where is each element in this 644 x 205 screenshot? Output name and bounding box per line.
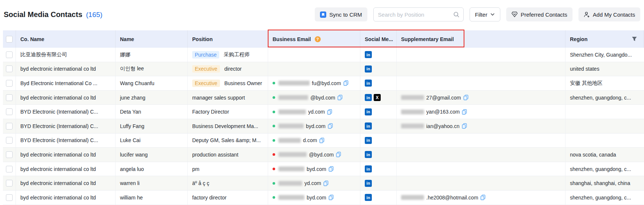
table-header-row: Co. Name Name Position Business Email ? … xyxy=(3,30,644,48)
region-cell: 安徽 其他地区 xyxy=(565,76,644,90)
region-cell: nova scotia, canada xyxy=(565,148,644,162)
business-email-cell: fu@byd.com xyxy=(268,76,360,90)
row-checkbox[interactable] xyxy=(6,194,13,201)
row-checkbox[interactable] xyxy=(6,80,13,87)
row-select-cell xyxy=(3,48,16,62)
social-media-cell: in xyxy=(360,105,397,119)
header-select-all-cell xyxy=(3,30,16,48)
copy-icon[interactable] xyxy=(480,195,485,200)
company-cell: byd electronic international co ltd xyxy=(16,62,116,76)
blurred-text xyxy=(278,152,307,157)
header-supplementary-email-label: Supplementary Email xyxy=(401,36,454,42)
linkedin-icon[interactable]: in xyxy=(365,165,372,172)
linkedin-icon[interactable]: in xyxy=(365,94,372,101)
business-email-cell xyxy=(268,48,360,62)
contact-name: june zhang xyxy=(120,95,146,101)
social-media-cell: in xyxy=(360,134,397,148)
header-position: Position xyxy=(188,30,268,48)
region-cell: united states xyxy=(565,62,644,76)
copy-icon[interactable] xyxy=(328,166,334,172)
copy-icon[interactable] xyxy=(328,123,333,129)
linkedin-icon[interactable]: in xyxy=(365,80,372,87)
position-badge: Executive xyxy=(192,80,220,87)
select-all-checkbox[interactable] xyxy=(6,36,13,43)
row-checkbox[interactable] xyxy=(6,65,13,72)
linkedin-icon[interactable]: in xyxy=(365,137,372,144)
add-person-icon xyxy=(584,11,590,18)
header-social-media-label: Social Me... xyxy=(365,36,393,42)
header-business-email: Business Email ? xyxy=(268,30,360,48)
row-select-cell xyxy=(3,91,16,105)
add-my-contacts-button[interactable]: Add My Contacts xyxy=(578,7,640,21)
help-icon[interactable]: ? xyxy=(315,36,321,42)
name-cell: Wang Chuanfu xyxy=(116,76,188,90)
search-input[interactable] xyxy=(377,11,450,18)
table-row: BYD Electronic (International) C...Luffy… xyxy=(3,119,644,134)
row-checkbox[interactable] xyxy=(6,180,13,186)
contact-name: warren li xyxy=(120,180,140,186)
region-text: shanghai, shanghai, china xyxy=(570,180,630,186)
supplementary-email-cell xyxy=(397,162,565,176)
email-status-dot xyxy=(273,96,275,99)
position-cell: äº å ç ç xyxy=(188,176,268,190)
company-cell: 比亚迪股份有限公司 xyxy=(16,48,116,62)
region-filter-icon[interactable] xyxy=(632,37,637,41)
copy-icon[interactable] xyxy=(319,138,324,143)
position-badge: Purchase xyxy=(192,51,219,58)
copy-icon[interactable] xyxy=(323,181,328,186)
supplementary-email-text: yan@163.com xyxy=(426,109,460,115)
company-cell: BYD Electronic (International) C... xyxy=(16,105,116,119)
linkedin-icon[interactable]: in xyxy=(365,122,372,130)
linkedin-icon[interactable]: in xyxy=(365,151,372,158)
filter-button[interactable]: Filter xyxy=(470,7,500,21)
copy-icon[interactable] xyxy=(462,123,467,129)
search-icon[interactable] xyxy=(453,11,460,18)
copy-icon[interactable] xyxy=(463,95,468,100)
linkedin-icon[interactable]: in xyxy=(365,108,372,115)
header-name: Name xyxy=(116,30,188,48)
sync-to-crm-button[interactable]: Sync to CRM xyxy=(315,7,367,21)
row-checkbox[interactable] xyxy=(6,137,13,144)
email-status-dot xyxy=(273,153,275,156)
contact-name: william he xyxy=(120,195,143,201)
blurred-text xyxy=(278,110,306,114)
add-my-contacts-label: Add My Contacts xyxy=(593,11,635,18)
blurred-text xyxy=(401,95,424,100)
row-checkbox[interactable] xyxy=(6,123,13,130)
supplementary-email-text: 27@gmail.com xyxy=(426,95,461,101)
page-title: Social Media Contacts xyxy=(4,10,82,19)
social-media-cell: in xyxy=(360,76,397,90)
business-email-cell: byd.com xyxy=(268,162,360,176)
name-cell: warren li xyxy=(116,176,188,190)
company-cell: BYD Electronic (International) C... xyxy=(16,119,116,133)
business-email-text: byd.com xyxy=(307,166,326,172)
copy-icon[interactable] xyxy=(337,95,343,100)
search-box[interactable] xyxy=(373,7,464,21)
company-name: byd electronic international co ltd xyxy=(20,152,96,158)
copy-icon[interactable] xyxy=(462,109,467,115)
row-checkbox[interactable] xyxy=(6,108,13,115)
name-cell: 娜娜 xyxy=(116,48,188,62)
filter-label: Filter xyxy=(475,11,487,18)
copy-icon[interactable] xyxy=(336,152,341,157)
preferred-contacts-button[interactable]: Preferred Contacts xyxy=(506,7,573,21)
row-checkbox[interactable] xyxy=(6,166,13,172)
linkedin-icon[interactable]: in xyxy=(365,51,372,58)
row-checkbox[interactable] xyxy=(6,151,13,158)
linkedin-icon[interactable]: in xyxy=(365,180,372,187)
copy-icon[interactable] xyxy=(343,80,348,86)
contacts-table: Co. Name Name Position Business Email ? … xyxy=(3,30,644,205)
row-checkbox[interactable] xyxy=(6,51,13,58)
region-text: shenzhen, guangdong, c... xyxy=(570,95,631,101)
linkedin-icon[interactable]: in xyxy=(365,194,372,201)
x-twitter-icon[interactable]: X xyxy=(374,94,381,101)
linkedin-icon[interactable]: in xyxy=(365,65,372,73)
copy-icon[interactable] xyxy=(328,195,334,200)
header-region-label: Region xyxy=(570,36,587,42)
position-cell: Factory Director xyxy=(188,105,268,119)
row-checkbox[interactable] xyxy=(6,94,13,101)
position-cell: factory director xyxy=(188,191,268,205)
name-cell: lucifer wang xyxy=(116,148,188,162)
copy-icon[interactable] xyxy=(327,109,332,115)
supplementary-email-text: .he2008@hotmail.com xyxy=(426,195,478,201)
